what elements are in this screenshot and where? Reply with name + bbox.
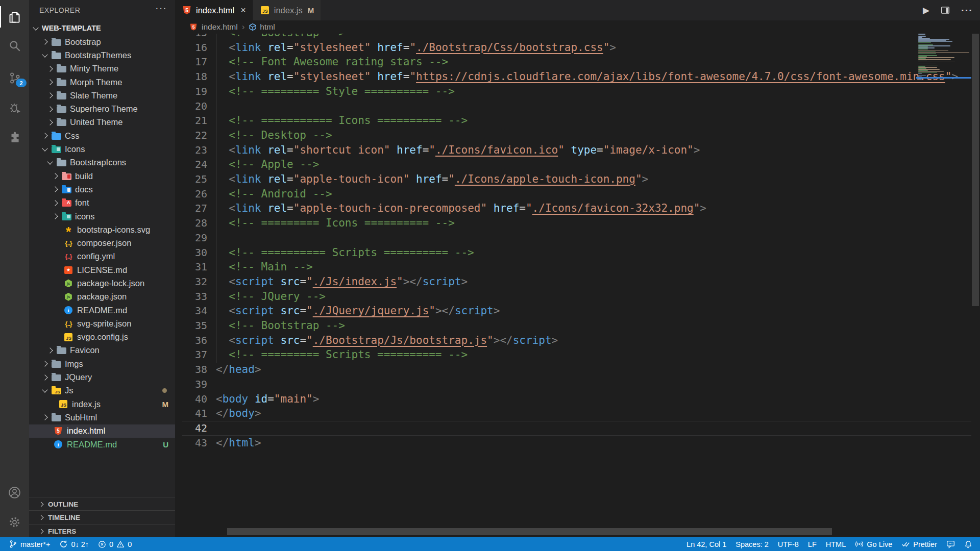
tree-folder-morph-theme[interactable]: Morph Theme: [29, 76, 175, 89]
tab-index-js[interactable]: JSindex.jsM: [253, 0, 321, 20]
code-line-41[interactable]: 41</body>: [175, 406, 971, 421]
project-root-folder[interactable]: WEB-TEMPLATE: [29, 21, 175, 35]
tree-file-index-js[interactable]: JSindex.jsM: [29, 397, 175, 411]
tree-file-index-html[interactable]: 5index.html: [29, 424, 175, 438]
code-line-40[interactable]: 40<body id="main">: [175, 392, 971, 407]
tree-folder-docs[interactable]: docs: [29, 183, 175, 196]
tree-folder-js[interactable]: Js: [29, 384, 175, 397]
line-number[interactable]: 33: [175, 289, 207, 304]
tree-folder-superhero-theme[interactable]: Superhero Theme: [29, 102, 175, 115]
status-indentation[interactable]: Spaces: 2: [731, 540, 773, 548]
status-notifications[interactable]: [960, 540, 977, 548]
status-git-branch[interactable]: master*+: [4, 540, 55, 548]
code-line-20[interactable]: 20: [175, 99, 971, 114]
line-number[interactable]: 36: [175, 333, 207, 348]
split-editor-icon[interactable]: [941, 6, 950, 15]
code-line-16[interactable]: 16 <link rel="stylesheet" href="./Bootst…: [175, 40, 971, 55]
code-line-24[interactable]: 24 <!-- Apple -->: [175, 157, 971, 172]
code-line-19[interactable]: 19 <!-- ========= Style ========== -->: [175, 84, 971, 99]
code-line-38[interactable]: 38</head>: [175, 362, 971, 377]
code-line-35[interactable]: 35 <!-- Bootstrap -->: [175, 318, 971, 333]
line-number[interactable]: 20: [175, 99, 207, 114]
code-line-37[interactable]: 37 <!-- ========= Scripts ========== -->: [175, 347, 971, 362]
sidebar-section-timeline[interactable]: TIMELINE: [29, 510, 175, 524]
breadcrumb-item-html[interactable]: html: [249, 22, 275, 32]
line-number[interactable]: 27: [175, 201, 207, 216]
code-line-21[interactable]: 21 <!-- =========== Icons ========== -->: [175, 113, 971, 128]
line-number[interactable]: 29: [175, 231, 207, 245]
explorer-more-actions-icon[interactable]: ···: [155, 2, 167, 14]
tree-folder-bootstrapthemes[interactable]: BootstrapThemes: [29, 48, 175, 62]
code-line-39[interactable]: 39: [175, 377, 971, 392]
tree-folder-icons[interactable]: Icons: [29, 142, 175, 156]
line-number[interactable]: 22: [175, 128, 207, 143]
code-line-34[interactable]: 34 <script src="./JQuery/jquery.js"></sc…: [175, 304, 971, 318]
source-control-icon[interactable]: 2: [0, 65, 29, 91]
code-line-25[interactable]: 25 <link rel="apple-touch-icon" href="./…: [175, 172, 971, 187]
close-icon[interactable]: ×: [240, 5, 246, 16]
tree-file-package-json[interactable]: jspackage.json: [29, 290, 175, 304]
code-line-22[interactable]: 22 <!-- Desktop -->: [175, 128, 971, 143]
breadcrumb-item-index-html[interactable]: 5index.html: [188, 22, 238, 32]
status-sync[interactable]: 0↓ 2↑: [55, 540, 93, 548]
code-line-23[interactable]: 23 <link rel="shortcut icon" href="./Ico…: [175, 143, 971, 158]
horizontal-scrollbar-thumb[interactable]: [227, 528, 832, 535]
line-number[interactable]: 38: [175, 362, 207, 377]
tree-file-svgo-config-js[interactable]: JSsvgo.config.js: [29, 331, 175, 344]
tree-folder-build[interactable]: build: [29, 169, 175, 183]
line-number[interactable]: 35: [175, 318, 207, 333]
tree-file-package-lock-json[interactable]: jspackage-lock.json: [29, 277, 175, 290]
status-cursor-position[interactable]: Ln 42, Col 1: [682, 540, 731, 548]
tree-folder-icons[interactable]: icons: [29, 210, 175, 223]
code-line-43[interactable]: 43</html>: [175, 436, 971, 450]
run-debug-icon[interactable]: [0, 95, 29, 120]
code-line-31[interactable]: 31 <!-- Main -->: [175, 260, 971, 274]
code-line-27[interactable]: 27 <link rel="apple-touch-icon-precompos…: [175, 201, 971, 216]
tree-file-bootstrap-icons-svg[interactable]: *bootstrap-icons.svg: [29, 223, 175, 236]
search-icon[interactable]: [0, 33, 29, 58]
line-number[interactable]: 30: [175, 245, 207, 260]
line-number[interactable]: 37: [175, 347, 207, 362]
code-line-30[interactable]: 30 <!-- ========== Scripts ========== --…: [175, 245, 971, 260]
line-number[interactable]: 31: [175, 260, 207, 274]
tree-folder-subhtml[interactable]: SubHtml: [29, 411, 175, 424]
extensions-icon[interactable]: [0, 124, 29, 150]
code-line-33[interactable]: 33 <!-- JQuery -->: [175, 289, 971, 304]
code-editor[interactable]: 15 <!-- Bootstrap -->16 <link rel="style…: [175, 34, 980, 537]
line-number[interactable]: 21: [175, 113, 207, 128]
run-icon[interactable]: ▶: [923, 5, 929, 16]
code-line-32[interactable]: 32 <script src="./Js/index.js"></script>: [175, 274, 971, 289]
sidebar-section-outline[interactable]: OUTLINE: [29, 497, 175, 511]
tree-file-readme-md[interactable]: iREADME.md: [29, 304, 175, 317]
line-number[interactable]: 16: [175, 40, 207, 55]
tree-file-composer-json[interactable]: {..}composer.json: [29, 236, 175, 249]
tree-folder-bootstrapicons[interactable]: BootstrapIcons: [29, 156, 175, 169]
code-line-18[interactable]: 18 <link rel="stylesheet" href="https://…: [175, 69, 971, 84]
status-encoding[interactable]: UTF-8: [773, 540, 803, 548]
line-number[interactable]: 32: [175, 274, 207, 289]
line-number[interactable]: 24: [175, 157, 207, 172]
line-number[interactable]: 42: [175, 421, 207, 436]
line-number[interactable]: 39: [175, 377, 207, 392]
settings-icon[interactable]: [0, 509, 29, 535]
status-language-mode[interactable]: HTML: [821, 540, 850, 548]
line-number[interactable]: 28: [175, 216, 207, 231]
tree-file-svg-sprite-json[interactable]: {..}svg-sprite.json: [29, 317, 175, 330]
line-number[interactable]: 17: [175, 55, 207, 69]
code-line-28[interactable]: 28 <!-- ========= Icons ========== -->: [175, 216, 971, 231]
code-line-36[interactable]: 36 <script src="./Bootstrap/Js/bootstrap…: [175, 333, 971, 348]
tab-index-html[interactable]: 5index.html×: [175, 0, 253, 20]
tree-folder-minty-theme[interactable]: Minty Theme: [29, 62, 175, 76]
tree-folder-united-theme[interactable]: United Theme: [29, 116, 175, 129]
tree-file-license-md[interactable]: ★LICENSE.md: [29, 263, 175, 277]
tree-folder-jquery[interactable]: JQuery: [29, 370, 175, 384]
tree-folder-css[interactable]: Css: [29, 129, 175, 142]
line-number[interactable]: 34: [175, 304, 207, 318]
status-feedback[interactable]: [942, 540, 960, 548]
tree-folder-font[interactable]: font: [29, 196, 175, 210]
status-eol[interactable]: LF: [803, 540, 821, 548]
line-number[interactable]: 43: [175, 436, 207, 450]
status-prettier[interactable]: Prettier: [897, 540, 942, 548]
code-line-15[interactable]: 15 <!-- Bootstrap -->: [175, 34, 971, 40]
tree-folder-slate-theme[interactable]: Slate Theme: [29, 89, 175, 102]
